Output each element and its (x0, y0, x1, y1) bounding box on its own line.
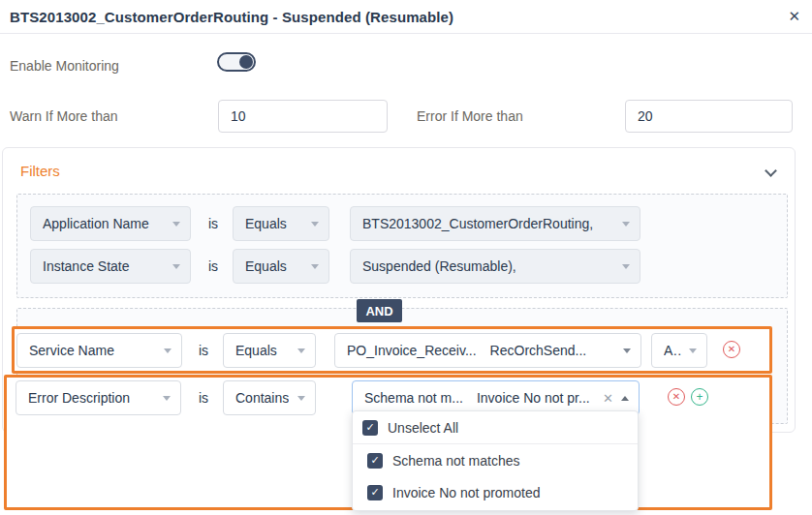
operator-select-equals[interactable]: Equals (233, 206, 329, 241)
close-icon[interactable]: ✕ (788, 7, 800, 26)
dropdown-option-unselect-all[interactable]: ✓ Unselect All (353, 411, 638, 444)
operator-select-contains[interactable]: Contains (223, 380, 316, 415)
add-filter-icon[interactable]: + (691, 388, 708, 406)
operator-select-label: Equals (235, 343, 277, 358)
chevron-down-icon (622, 264, 630, 269)
dropdown-option-label: Unselect All (388, 420, 458, 436)
chevron-down-icon (172, 222, 180, 227)
chevron-up-icon (621, 396, 629, 401)
field-select-label: Service Name (29, 343, 114, 358)
selected-value: PO_Invoice_Receiv... (347, 343, 477, 358)
warn-threshold-input[interactable] (218, 100, 388, 133)
error-threshold-label: Error If More than (417, 108, 523, 124)
enable-monitoring-toggle[interactable] (217, 52, 256, 72)
multiselect-controls: ✕ (593, 391, 629, 406)
clear-selection-icon[interactable]: ✕ (603, 391, 613, 406)
error-threshold-input[interactable] (625, 100, 793, 133)
chevron-down-icon (297, 396, 305, 401)
collapse-chevron-icon[interactable] (765, 165, 777, 177)
warn-threshold-label: Warn If More than (10, 108, 118, 124)
enable-monitoring-label: Enable Monitoring (10, 58, 119, 74)
field-select-application-name[interactable]: Application Name (30, 206, 191, 241)
value-select-label: Suspended (Resumable), (362, 258, 516, 274)
operator-select-equals[interactable]: Equals (233, 249, 329, 284)
service-name-multiselect[interactable]: PO_Invoice_Receiv... RecOrchSend... (334, 333, 641, 368)
value-select-label: BTS2013002_CustomerOrderRouting, (362, 216, 593, 231)
connector-text: is (208, 216, 218, 231)
dropdown-option-invoice-not-promoted[interactable]: ✓ Invoice No not promoted (353, 476, 638, 508)
chevron-down-icon (311, 222, 319, 227)
connector-text: is (199, 390, 208, 406)
modal-header: BTS2013002_CustomerOrderRouting - Suspen… (0, 0, 812, 34)
operator-select-label: Contains (235, 390, 289, 406)
dropdown-option-label: Schema not matches (392, 453, 520, 469)
group-operator-badge: AND (357, 299, 402, 322)
remove-filter-icon[interactable]: ✕ (668, 388, 685, 406)
row-join-select[interactable]: AND (651, 333, 707, 368)
chevron-down-icon (172, 264, 180, 269)
chevron-down-icon (164, 348, 172, 353)
operator-select-equals[interactable]: Equals (223, 333, 316, 368)
toggle-knob (239, 55, 253, 69)
multiselect-dropdown-panel: ✓ Unselect All ✓ Schema not matches ✓ In… (352, 410, 639, 511)
remove-filter-icon[interactable]: ✕ (723, 341, 740, 358)
chevron-down-icon (623, 348, 631, 353)
selected-values: Schema not m... Invoice No not pr... (364, 390, 590, 406)
operator-select-label: Equals (245, 258, 287, 274)
checkbox-checked-icon[interactable]: ✓ (367, 485, 383, 500)
monitor-config-modal: BTS2013002_CustomerOrderRouting - Suspen… (0, 0, 812, 515)
field-select-service-name[interactable]: Service Name (16, 333, 182, 368)
filters-section-title: Filters (20, 163, 60, 179)
selected-values: PO_Invoice_Receiv... RecOrchSend... (347, 343, 586, 358)
row-join-label: AND (664, 343, 681, 358)
chevron-down-icon (163, 396, 171, 401)
field-select-instance-state[interactable]: Instance State (30, 249, 191, 284)
value-select-instance-state[interactable]: Suspended (Resumable), (350, 249, 640, 284)
chevron-down-icon (297, 348, 305, 353)
dropdown-option-schema-not-matches[interactable]: ✓ Schema not matches (353, 444, 638, 476)
selected-value: RecOrchSend... (490, 343, 587, 358)
selected-value: Invoice No not pr... (477, 390, 590, 406)
field-select-label: Instance State (43, 258, 130, 274)
chevron-down-icon (689, 348, 697, 353)
chevron-down-icon (622, 222, 630, 227)
field-select-label: Application Name (43, 216, 149, 231)
field-select-error-description[interactable]: Error Description (16, 380, 181, 415)
checkbox-checked-icon[interactable]: ✓ (367, 453, 383, 469)
checkbox-checked-icon[interactable]: ✓ (362, 420, 378, 436)
modal-title: BTS2013002_CustomerOrderRouting - Suspen… (10, 9, 453, 25)
field-select-label: Error Description (28, 390, 130, 406)
chevron-down-icon (311, 264, 319, 269)
value-select-application[interactable]: BTS2013002_CustomerOrderRouting, (350, 206, 640, 241)
filter-row-service-name: Service Name is Equals PO_Invoice_Receiv… (12, 326, 772, 374)
operator-select-label: Equals (245, 216, 287, 231)
connector-text: is (199, 343, 208, 358)
selected-value: Schema not m... (364, 390, 463, 406)
dropdown-option-label: Invoice No not promoted (392, 485, 541, 500)
connector-text: is (208, 258, 218, 274)
